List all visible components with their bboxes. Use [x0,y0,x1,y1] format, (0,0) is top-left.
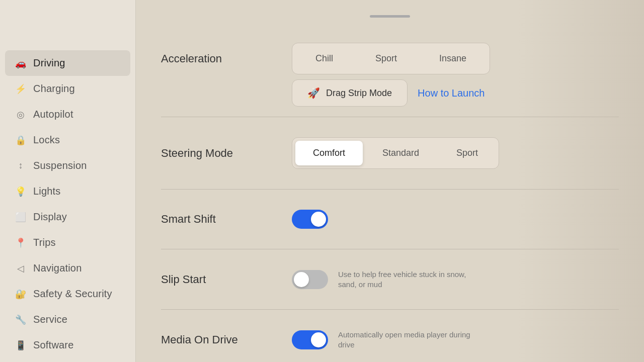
smart-shift-row: Smart Shift [161,200,619,239]
slip-start-knob [294,272,309,287]
divider-2 [161,189,619,190]
safety-icon: 🔐 [15,289,26,300]
sidebar-label-software: Software [33,339,74,351]
trips-icon: 📍 [15,237,26,248]
sidebar-label-charging: Charging [33,83,75,95]
acceleration-btn-group: Chill Sport Insane [292,43,490,74]
rocket-icon: 🚀 [307,87,320,99]
media-on-drive-toggle[interactable] [292,330,328,349]
steering-label: Steering Mode [161,147,272,160]
slip-start-label: Slip Start [161,273,272,286]
smart-shift-toggle[interactable] [292,210,328,229]
media-on-drive-label: Media On Drive [161,333,272,346]
steering-comfort-btn[interactable]: Comfort [295,141,363,165]
steering-row: Steering Mode Comfort Standard Sport [161,127,619,179]
sidebar-item-navigation[interactable]: ◁ Navigation [0,255,135,281]
drag-strip-row: 🚀 Drag Strip Mode How to Launch [292,79,619,107]
slip-start-row: Slip Start Use to help free vehicle stuc… [161,259,619,299]
sidebar-item-software[interactable]: 📱 Software [0,332,135,358]
sidebar-label-trips: Trips [33,237,56,248]
autopilot-icon: ◎ [15,109,26,120]
acceleration-insane-btn[interactable]: Insane [419,46,487,71]
smart-shift-toggle-container [292,210,328,229]
sidebar: 🚗 Driving ⚡ Charging ◎ Autopilot 🔒 Locks… [0,0,136,362]
display-icon: ⬜ [15,212,26,223]
sidebar-label-locks: Locks [33,134,60,146]
steering-control: Comfort Standard Sport [292,137,499,169]
driving-icon: 🚗 [15,58,26,69]
media-on-drive-knob [311,332,326,347]
acceleration-control: Chill Sport Insane [292,43,490,74]
sidebar-label-navigation: Navigation [33,262,82,274]
sidebar-item-lights[interactable]: 💡 Lights [0,178,135,204]
sidebar-label-display: Display [33,211,67,223]
how-to-launch-link[interactable]: How to Launch [418,87,485,99]
sidebar-label-autopilot: Autopilot [33,109,73,120]
acceleration-sport-btn[interactable]: Sport [355,46,417,71]
sidebar-label-lights: Lights [33,186,61,197]
slip-start-toggle-container: Use to help free vehicle stuck in snow, … [292,269,479,289]
sidebar-item-service[interactable]: 🔧 Service [0,307,135,332]
sidebar-item-autopilot[interactable]: ◎ Autopilot [0,102,135,127]
sidebar-item-safety[interactable]: 🔐 Safety & Security [0,281,135,307]
lights-icon: 💡 [15,186,26,197]
sidebar-item-trips[interactable]: 📍 Trips [0,230,135,255]
acceleration-chill-btn[interactable]: Chill [295,46,353,71]
locks-icon: 🔒 [15,135,26,146]
steering-sport-btn[interactable]: Sport [439,141,496,165]
sidebar-label-safety: Safety & Security [33,288,112,300]
navigation-icon: ◁ [15,263,26,274]
smart-shift-label: Smart Shift [161,213,272,226]
charging-icon: ⚡ [15,83,26,95]
software-icon: 📱 [15,340,26,351]
divider-4 [161,309,619,310]
media-on-drive-description: Automatically open media player during d… [338,330,479,349]
sidebar-item-charging[interactable]: ⚡ Charging [0,76,135,102]
divider-3 [161,249,619,249]
divider-1 [161,117,619,117]
suspension-icon: ↕ [15,160,26,171]
sidebar-label-suspension: Suspension [33,160,87,171]
main-content: Acceleration Chill Sport Insane 🚀 Drag S… [136,0,644,362]
slip-start-description: Use to help free vehicle stuck in snow, … [338,269,479,289]
sidebar-label-service: Service [33,314,67,325]
media-on-drive-row: Media On Drive Automatically open media … [161,320,619,359]
acceleration-label: Acceleration [161,52,272,65]
acceleration-row: Acceleration Chill Sport Insane [161,33,619,84]
sidebar-label-driving: Driving [33,57,65,69]
sidebar-item-driving[interactable]: 🚗 Driving [5,50,130,76]
steering-standard-btn[interactable]: Standard [365,141,437,165]
smart-shift-knob [311,212,326,227]
sidebar-item-display[interactable]: ⬜ Display [0,204,135,230]
media-on-drive-toggle-container: Automatically open media player during d… [292,330,479,349]
steering-btn-group: Comfort Standard Sport [292,137,499,169]
scroll-indicator [370,15,410,18]
drag-strip-btn[interactable]: 🚀 Drag Strip Mode [292,79,408,107]
slip-start-toggle[interactable] [292,270,328,289]
drag-strip-label: Drag Strip Mode [326,88,392,99]
sidebar-item-locks[interactable]: 🔒 Locks [0,127,135,153]
service-icon: 🔧 [15,314,26,325]
sidebar-item-suspension[interactable]: ↕ Suspension [0,153,135,178]
